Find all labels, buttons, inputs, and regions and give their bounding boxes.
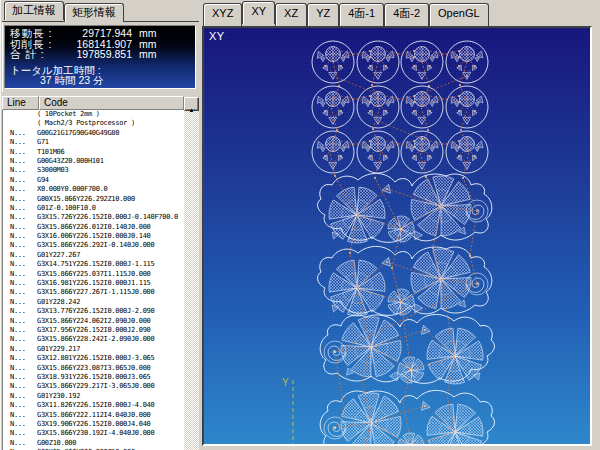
code-row-text: G3X15.726Y226.152I0.000J-0.140F700.0 bbox=[37, 213, 184, 222]
length-label: 合 計 : bbox=[10, 49, 66, 60]
code-row-text: G01Y230.192 bbox=[37, 392, 184, 401]
code-row[interactable]: N...G3X17.956Y226.152I0.000J2.090 bbox=[3, 326, 184, 335]
up-arrow-icon: ▲ bbox=[189, 107, 195, 113]
code-row[interactable]: N...G01Y227.267 bbox=[3, 251, 184, 260]
info-tab-bar: 加工情報矩形情報 bbox=[4, 3, 124, 22]
toolpath-drawing: Y bbox=[204, 28, 590, 444]
length-row: 合 計 :197859.851mm bbox=[10, 49, 190, 60]
code-row[interactable]: N...G00Z10.000 bbox=[3, 439, 184, 448]
viewport-frame: Y XY bbox=[202, 26, 592, 446]
code-row[interactable]: ( Mach2/3 Postprocessor ) bbox=[3, 119, 184, 128]
code-row[interactable]: N...S3000M03 bbox=[3, 166, 184, 175]
code-row[interactable]: N...G00G21G17G90G40G49G80 bbox=[3, 129, 184, 138]
code-row[interactable]: N...G3X15.866Y229.217I-3.065J0.000 bbox=[3, 382, 184, 391]
code-row[interactable]: N...G3X18.931Y226.152I0.000J3.065 bbox=[3, 373, 184, 382]
code-row-line: N... bbox=[3, 439, 37, 448]
code-row[interactable]: N...G01Y228.242 bbox=[3, 298, 184, 307]
code-row[interactable]: N...G3X15.866Y227.267I-1.115J0.000 bbox=[3, 288, 184, 297]
code-row[interactable]: N...G01Y229.217 bbox=[3, 345, 184, 354]
code-row[interactable]: N...G3X15.866Y224.062I2.090J0.000 bbox=[3, 317, 184, 326]
machining-info-box: 移動長 :29717.944mm切削長 :168141.907mm合 計 :19… bbox=[4, 25, 196, 89]
code-row-line: N... bbox=[3, 270, 37, 279]
view-tab-XYZ[interactable]: XYZ bbox=[203, 3, 242, 26]
toolpath-canvas[interactable]: Y XY bbox=[204, 28, 590, 444]
length-value: 29717.944 bbox=[66, 28, 132, 39]
code-row-line: N... bbox=[3, 307, 37, 316]
code-row[interactable]: N...T101M06 bbox=[3, 148, 184, 157]
code-row[interactable]: N...G01Z-0.100F10.0 bbox=[3, 204, 184, 213]
code-row-line: N... bbox=[3, 176, 37, 185]
code-row-text: G01Y229.217 bbox=[37, 345, 184, 354]
code-row-line: N... bbox=[3, 185, 37, 194]
code-row-text: G3X15.866Y230.192I-4.040J0.000 bbox=[37, 429, 184, 438]
column-header-code[interactable]: Code bbox=[39, 96, 184, 110]
code-row-line: N... bbox=[3, 382, 37, 391]
scroll-up-button[interactable]: ▲ bbox=[184, 97, 199, 111]
code-row[interactable]: N...G3X13.776Y226.152I0.000J-2.090 bbox=[3, 307, 184, 316]
length-label: 移動長 : bbox=[10, 28, 66, 39]
tab-加工情報[interactable]: 加工情報 bbox=[4, 1, 64, 20]
code-row[interactable]: N...G71 bbox=[3, 138, 184, 147]
code-row-line: N... bbox=[3, 213, 37, 222]
code-row-line: N... bbox=[3, 401, 37, 410]
code-row[interactable]: ( 10Pocket 2mm ) bbox=[3, 110, 184, 119]
code-row[interactable]: N...G3X12.801Y226.152I0.000J-3.065 bbox=[3, 354, 184, 363]
code-list[interactable]: ( 10Pocket 2mm )( Mach2/3 Postprocessor … bbox=[2, 110, 184, 450]
code-row[interactable]: N...G3X15.866Y230.192I-4.040J0.000 bbox=[3, 429, 184, 438]
code-row[interactable]: N...G00X15.866Y226.292Z10.000 bbox=[3, 195, 184, 204]
code-row[interactable]: N...G94 bbox=[3, 176, 184, 185]
code-row[interactable]: N...G3X15.866Y225.037I1.115J0.000 bbox=[3, 270, 184, 279]
code-row[interactable]: N...G3X15.866Y223.087I3.065J0.000 bbox=[3, 364, 184, 373]
code-row-text: G3X12.801Y226.152I0.000J-3.065 bbox=[37, 354, 184, 363]
view-tab-XY[interactable]: XY bbox=[242, 1, 275, 24]
code-row-text: G00G43Z20.000H101 bbox=[37, 157, 184, 166]
code-row-line: N... bbox=[3, 420, 37, 429]
tab-矩形情報[interactable]: 矩形情報 bbox=[64, 3, 124, 22]
code-row-text: G71 bbox=[37, 138, 184, 147]
code-row-text: G3X16.006Y226.152I0.000J0.140 bbox=[37, 232, 184, 241]
view-tab-XZ[interactable]: XZ bbox=[275, 3, 307, 26]
code-row-line: N... bbox=[3, 279, 37, 288]
code-row[interactable]: N...G3X15.726Y226.152I0.000J-0.140F700.0 bbox=[3, 213, 184, 222]
code-row-line: N... bbox=[3, 195, 37, 204]
code-row[interactable]: N...G3X11.826Y226.152I0.000J-4.040 bbox=[3, 401, 184, 410]
code-row[interactable]: N...G3X19.906Y226.152I0.000J4.040 bbox=[3, 420, 184, 429]
code-row-text: G3X16.981Y226.152I0.000J1.115 bbox=[37, 279, 184, 288]
column-header-line[interactable]: Line bbox=[2, 96, 39, 110]
code-row-line: N... bbox=[3, 335, 37, 344]
code-row-line: N... bbox=[3, 411, 37, 420]
code-row-line: N... bbox=[3, 364, 37, 373]
code-row-text: G3X15.866Y223.087I3.065J0.000 bbox=[37, 364, 184, 373]
view-tab-OpenGL[interactable]: OpenGL bbox=[429, 3, 489, 26]
code-row[interactable]: N...G00G43Z20.000H101 bbox=[3, 157, 184, 166]
code-row[interactable]: N...G3X15.866Y228.242I-2.090J0.000 bbox=[3, 335, 184, 344]
code-row-text: X0.000Y0.000F700.0 bbox=[37, 185, 184, 194]
code-row-line: N... bbox=[3, 223, 37, 232]
length-unit: mm bbox=[139, 49, 157, 60]
code-row-line bbox=[3, 110, 37, 119]
view-tab-4面-1[interactable]: 4面-1 bbox=[339, 3, 384, 26]
code-row-line: N... bbox=[3, 204, 37, 213]
code-row[interactable]: N...G3X16.006Y226.152I0.000J0.140 bbox=[3, 232, 184, 241]
code-row-text: G3X15.866Y228.242I-2.090J0.000 bbox=[37, 335, 184, 344]
code-row-text: G3X15.866Y226.012I0.140J0.000 bbox=[37, 223, 184, 232]
code-row[interactable]: N...G3X15.866Y226.292I-0.140J0.000 bbox=[3, 241, 184, 250]
code-row-line: N... bbox=[3, 129, 37, 138]
code-row[interactable]: N...G3X14.751Y226.152I0.000J-1.115 bbox=[3, 260, 184, 269]
code-row-text: G3X11.826Y226.152I0.000J-4.040 bbox=[37, 401, 184, 410]
code-row[interactable]: N...G3X15.866Y222.112I4.040J0.000 bbox=[3, 411, 184, 420]
code-list-scrollbar[interactable] bbox=[184, 111, 199, 450]
code-row-line: N... bbox=[3, 317, 37, 326]
view-tab-4面-2[interactable]: 4面-2 bbox=[384, 3, 429, 26]
view-tab-bar: XYZXYXZYZ4面-14面-2OpenGL bbox=[203, 3, 489, 26]
code-row-line: N... bbox=[3, 298, 37, 307]
code-row-line: N... bbox=[3, 138, 37, 147]
machining-length-rows: 移動長 :29717.944mm切削長 :168141.907mm合 計 :19… bbox=[10, 28, 190, 60]
code-row[interactable]: N...G01Y230.192 bbox=[3, 392, 184, 401]
code-row[interactable]: N...G3X15.866Y226.012I0.140J0.000 bbox=[3, 223, 184, 232]
length-row: 移動長 :29717.944mm bbox=[10, 28, 190, 39]
code-row-line: N... bbox=[3, 429, 37, 438]
code-row[interactable]: N...G3X16.981Y226.152I0.000J1.115 bbox=[3, 279, 184, 288]
view-tab-YZ[interactable]: YZ bbox=[307, 3, 339, 26]
code-row[interactable]: N...X0.000Y0.000F700.0 bbox=[3, 185, 184, 194]
